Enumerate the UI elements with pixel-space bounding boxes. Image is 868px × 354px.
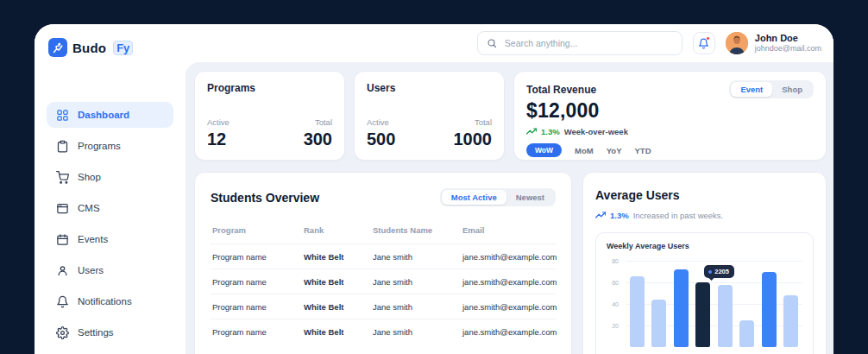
screen: Budo Fy Dashboard Programs [0,0,868,354]
active-label: Active [367,117,395,127]
sidebar-item-events[interactable]: Events [47,226,173,252]
panels-row: Students Overview Most Active Newest Pro… [194,172,827,354]
sidebar-item-label: Users [78,265,104,275]
period-yoy-button[interactable]: YoY [607,146,622,155]
search-icon [487,38,497,48]
y-tick: 40 [612,301,619,307]
sidebar-item-label: Dashboard [78,110,129,120]
col-students-name: Students Name [373,225,462,235]
avg-change-pct: 1.3% [610,211,629,220]
app-logo[interactable]: Budo Fy [47,35,173,60]
users-icon [56,264,69,277]
cart-icon [56,171,69,184]
logo-text: Budo [72,41,106,55]
cell-rank: White Belt [304,277,373,287]
sidebar-item-programs[interactable]: Programs [47,133,173,159]
cell-email: jane.smith@example.com [462,327,557,337]
bar-slot [651,261,666,347]
tab-most-active[interactable]: Most Active [442,190,506,205]
topbar: John Doe johndoe@mail.com [186,24,833,62]
user-email: johndoe@mail.com [755,44,821,54]
cell-email: jane.smith@example.com [462,277,557,287]
revenue-card: Total Revenue Event Shop $12,000 1.3% [513,71,827,161]
sidebar-item-cms[interactable]: CMS [47,195,173,221]
sidebar-nav: Dashboard Programs Shop [47,102,173,345]
cell-name: Jane smith [373,327,462,337]
weekly-average-chart: Weekly Average Users 80 60 40 20 2205 [595,232,814,354]
main-area: John Doe johndoe@mail.com Programs Activ… [186,24,833,354]
period-mom-button[interactable]: MoM [575,146,594,155]
total-label: Total [304,117,332,127]
sidebar-item-label: Shop [78,172,101,182]
table-row[interactable]: Program name White Belt Jane smith jane.… [211,243,556,269]
sidebar: Budo Fy Dashboard Programs [35,24,186,354]
period-ytd-button[interactable]: YTD [635,146,651,155]
tab-newest[interactable]: Newest [506,190,554,205]
table-row[interactable]: Program name White Belt Jane smith jane.… [211,319,556,344]
bell-icon [56,295,69,308]
logo-figure-icon [48,38,67,57]
card-title: Users [367,82,492,94]
chart-bar[interactable] [783,295,798,347]
notification-badge [706,36,710,41]
cell-email: jane.smith@example.com [462,252,557,262]
notifications-button[interactable] [693,32,715,54]
chart-bar[interactable] [695,282,710,347]
cell-program: Program name [212,252,304,262]
search-box [477,31,682,55]
chart-bar[interactable] [630,276,645,348]
chart-y-axis: 80 60 40 20 [607,261,620,347]
bar-slot: 2205 [695,261,710,347]
logo-accent-text: Fy [113,41,133,55]
toggle-shop-button[interactable]: Shop [772,82,812,97]
col-rank: Rank [304,225,373,235]
period-wow-button[interactable]: WoW [526,143,562,157]
bar-slot [783,261,798,347]
cell-rank: White Belt [304,252,373,262]
card-title: Total Revenue [526,84,596,96]
sidebar-item-shop[interactable]: Shop [47,164,173,190]
cms-window-icon [56,202,69,215]
user-menu[interactable]: John Doe johndoe@mail.com [726,32,821,54]
period-filter: WoW MoM YoY YTD [526,143,814,157]
sidebar-item-dashboard[interactable]: Dashboard [47,102,173,128]
revenue-change-pct: 1.3% [541,127,560,136]
sidebar-item-label: CMS [78,203,100,213]
cell-program: Program name [212,277,304,287]
table-header: Program Rank Students Name Email [211,225,556,243]
chart-bar[interactable] [651,300,666,347]
table-row[interactable]: Program name White Belt Jane smith jane.… [211,294,556,319]
dashboard-content: Programs Active 12 Total 300 [186,62,833,354]
active-value: 12 [207,130,230,149]
clipboard-icon [56,140,69,153]
sidebar-item-users[interactable]: Users [47,257,173,283]
cell-name: Jane smith [373,277,462,287]
trend-up-icon [595,210,606,220]
cell-rank: White Belt [304,327,373,337]
chart-bar[interactable] [718,285,733,348]
chart-bar[interactable] [739,320,754,347]
students-overview-card: Students Overview Most Active Newest Pro… [194,172,572,354]
chart-bar[interactable] [674,269,689,347]
sidebar-item-label: Notifications [78,296,132,307]
search-input[interactable] [503,37,673,49]
trend-up-icon [526,126,537,136]
panel-title: Average Users [595,188,814,202]
sidebar-item-settings[interactable]: Settings [47,319,173,345]
revenue-amount: $12,000 [526,99,814,123]
cell-email: jane.smith@example.com [462,302,557,312]
average-users-card: Average Users 1.3% Increased in past wee… [582,172,827,354]
total-label: Total [454,117,493,127]
table-row[interactable]: Program name White Belt Jane smith jane.… [211,269,556,294]
cell-program: Program name [212,327,304,337]
total-value: 1000 [454,130,493,149]
active-label: Active [207,117,230,127]
cell-rank: White Belt [304,302,373,312]
sidebar-item-notifications[interactable]: Notifications [47,288,173,314]
stats-row: Programs Active 12 Total 300 [194,71,827,161]
y-tick: 60 [612,280,619,286]
chart-bar[interactable] [762,272,777,348]
toggle-event-button[interactable]: Event [731,82,772,97]
avatar [726,32,748,54]
programs-stat-card: Programs Active 12 Total 300 [194,71,345,161]
